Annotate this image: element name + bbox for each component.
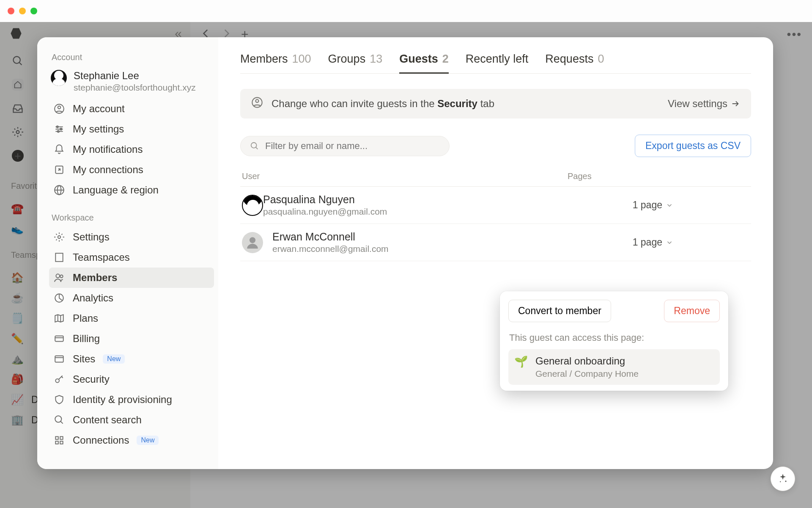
filter-input[interactable] [265, 141, 440, 152]
svg-point-42 [251, 142, 257, 148]
settings-modal: Account Stephanie Lee stephanie@toolsfor… [37, 37, 773, 469]
security-banner: Change who can invite guests in the Secu… [240, 89, 751, 119]
search-icon [53, 414, 65, 425]
tab-requests[interactable]: Requests0 [545, 52, 604, 73]
export-csv-button[interactable]: Export guests as CSV [635, 135, 751, 157]
svg-point-15 [58, 236, 61, 239]
sidebar-item-label: Language & region [73, 184, 159, 196]
new-badge: New [137, 436, 159, 445]
user-avatar-icon [51, 70, 67, 86]
user-name: Stephanie Lee [74, 70, 196, 82]
sidebar-item-content-search[interactable]: Content search [49, 410, 214, 430]
current-user[interactable]: Stephanie Lee stephanie@toolsforthought.… [49, 66, 214, 99]
tab-label: Recently left [466, 52, 529, 66]
traffic-lights [8, 8, 37, 14]
sidebar-item-security[interactable]: Security [49, 369, 214, 389]
tabs: Members100 Groups13 Guests2 Recently lef… [240, 52, 751, 74]
zoom-window[interactable] [30, 8, 37, 14]
svg-point-33 [55, 416, 61, 422]
guest-name: Erwan McConnell [272, 231, 389, 243]
svg-rect-16 [55, 253, 63, 262]
ai-fab-button[interactable] [771, 467, 795, 491]
sidebar-item-label: My account [73, 103, 125, 115]
svg-rect-37 [55, 441, 58, 444]
minimize-window[interactable] [19, 8, 26, 14]
sidebar-item-plans[interactable]: Plans [49, 308, 214, 329]
tab-recently-left[interactable]: Recently left [466, 52, 529, 73]
tab-guests[interactable]: Guests2 [399, 52, 449, 74]
tab-label: Groups [328, 52, 366, 66]
chart-icon [53, 293, 65, 304]
arrow-box-icon [53, 164, 65, 175]
access-label: This guest can access this page: [509, 332, 719, 343]
col-pages: Pages [568, 171, 749, 181]
gear-icon [53, 232, 65, 243]
sidebar-item-teamspaces[interactable]: Teamspaces [49, 247, 214, 268]
page-title: General onboarding [535, 355, 639, 367]
tab-label: Guests [399, 52, 438, 66]
sidebar-item-my-notifications[interactable]: My notifications [49, 139, 214, 160]
guest-email: pasqualina.nguyen@gmail.com [263, 207, 387, 217]
table-header: User Pages [240, 171, 751, 187]
sidebar-item-identity[interactable]: Identity & provisioning [49, 389, 214, 410]
members-pane: Members100 Groups13 Guests2 Recently lef… [218, 37, 773, 469]
building-icon [53, 252, 65, 263]
chevron-down-icon [666, 239, 673, 246]
sidebar-item-analytics[interactable]: Analytics [49, 288, 214, 308]
card-icon [53, 333, 65, 344]
remove-guest-button[interactable]: Remove [664, 300, 720, 322]
new-badge: New [103, 354, 125, 364]
tab-count: 100 [292, 52, 311, 66]
svg-point-23 [56, 274, 60, 278]
svg-point-32 [55, 379, 59, 383]
accessible-page-item[interactable]: 🌱 General onboarding General / Company H… [508, 349, 720, 385]
sidebar-item-members[interactable]: Members [49, 268, 214, 288]
sidebar-item-label: Security [73, 373, 110, 385]
key-icon [53, 374, 65, 385]
sidebar-item-label: Plans [73, 312, 98, 324]
guest-row[interactable]: Pasqualina Nguyen pasqualina.nguyen@gmai… [240, 187, 751, 224]
svg-rect-30 [55, 356, 63, 362]
filter-input-wrap[interactable] [240, 136, 450, 156]
browser-icon [53, 353, 65, 364]
guest-avatar-icon [242, 195, 263, 216]
tab-label: Members [240, 52, 288, 66]
globe-icon [53, 185, 65, 196]
tab-count: 0 [598, 52, 604, 66]
sidebar-item-my-account[interactable]: My account [49, 99, 214, 119]
tab-groups[interactable]: Groups13 [328, 52, 383, 73]
sidebar-item-settings[interactable]: Settings [49, 227, 214, 247]
guest-pages-dropdown[interactable]: 1 page [633, 199, 749, 211]
sidebar-item-label: Connections [73, 434, 129, 446]
sidebar-item-connections[interactable]: Connections New [49, 430, 214, 450]
sidebar-item-label: Content search [73, 414, 142, 426]
sidebar-item-sites[interactable]: Sites New [49, 349, 214, 369]
sidebar-item-my-connections[interactable]: My connections [49, 160, 214, 180]
page-emoji-icon: 🌱 [514, 355, 528, 368]
svg-point-44 [250, 237, 255, 243]
guest-row[interactable]: Erwan McConnell erwan.mcconnell@gmail.co… [240, 224, 751, 261]
sidebar-item-label: My notifications [73, 144, 143, 155]
shield-icon [53, 394, 65, 405]
pages-count: 1 page [633, 237, 662, 248]
tab-label: Requests [545, 52, 593, 66]
svg-line-43 [256, 147, 258, 149]
guest-email: erwan.mcconnell@gmail.com [272, 244, 389, 254]
account-icon [53, 103, 65, 114]
close-window[interactable] [8, 8, 14, 14]
view-settings-label: View settings [668, 98, 727, 110]
sidebar-item-billing[interactable]: Billing [49, 329, 214, 349]
sidebar-item-label: Settings [73, 231, 110, 243]
sidebar-item-label: Analytics [73, 292, 113, 304]
view-settings-link[interactable]: View settings [668, 98, 740, 110]
settings-sidebar: Account Stephanie Lee stephanie@toolsfor… [37, 37, 218, 469]
grid-icon [53, 435, 65, 446]
convert-to-member-button[interactable]: Convert to member [508, 300, 611, 322]
sidebar-item-label: Sites [73, 353, 95, 365]
guest-name: Pasqualina Nguyen [263, 193, 387, 206]
sidebar-item-my-settings[interactable]: My settings [49, 119, 214, 139]
sidebar-item-language[interactable]: Language & region [49, 180, 214, 200]
svg-point-24 [60, 275, 63, 278]
guest-pages-dropdown[interactable]: 1 page [633, 237, 749, 248]
tab-members[interactable]: Members100 [240, 52, 311, 73]
